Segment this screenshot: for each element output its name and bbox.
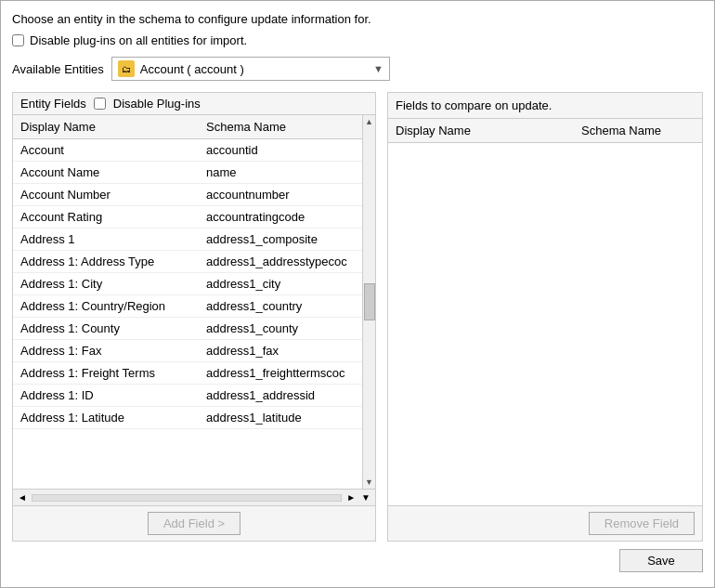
horizontal-scrollbar[interactable]: ◄ ► ▼ (13, 489, 375, 505)
entity-icon: 🗂 (118, 60, 135, 77)
table-row[interactable]: Address 1: Country/Regionaddress1_countr… (13, 295, 362, 318)
remove-field-button[interactable]: Remove Field (589, 512, 695, 535)
display-name-cell: Address 1: Country/Region (13, 295, 199, 318)
left-col-schema-name: Schema Name (199, 115, 362, 139)
schema-name-cell: address1_addresstypecoc (199, 251, 362, 273)
main-dialog: Choose an entity in the schema to config… (0, 0, 715, 588)
entity-fields-table-container[interactable]: Display Name Schema Name Accountaccounti… (13, 115, 362, 489)
display-name-cell: Account Name (13, 162, 199, 184)
table-row[interactable]: Address 1address1_composite (13, 229, 362, 251)
instruction-text: Choose an entity in the schema to config… (12, 12, 703, 26)
table-row[interactable]: Address 1: Latitudeaddress1_latitude (13, 407, 362, 429)
chevron-down-icon: ▼ (373, 63, 384, 74)
table-row[interactable]: Address 1: Freight Termsaddress1_freight… (13, 362, 362, 385)
table-row[interactable]: Account Namename (13, 162, 362, 184)
display-name-cell: Address 1: Fax (13, 340, 199, 362)
table-row[interactable]: Account Numberaccountnumber (13, 184, 362, 206)
disable-plugins-checkbox[interactable] (12, 34, 24, 46)
add-field-button[interactable]: Add Field > (148, 512, 240, 535)
scroll-up-arrow[interactable]: ▲ (365, 115, 373, 128)
schema-name-cell: accountid (199, 139, 362, 162)
main-content: Entity Fields Disable Plug-ins Display N… (12, 92, 703, 542)
display-name-cell: Account Rating (13, 206, 199, 229)
entity-fields-title: Entity Fields (20, 97, 86, 111)
entity-dropdown[interactable]: 🗂 Account ( account ) ▼ (111, 57, 390, 81)
entity-dropdown-value: Account ( account ) (140, 62, 244, 76)
schema-name-cell: address1_latitude (199, 407, 362, 429)
left-col-display-name: Display Name (13, 115, 199, 139)
entity-fields-panel: Entity Fields Disable Plug-ins Display N… (12, 92, 376, 542)
scroll-right-arrow[interactable]: ► (344, 492, 358, 503)
schema-name-cell: address1_country (199, 295, 362, 318)
fields-compare-title: Fields to compare on update. (396, 98, 552, 112)
scroll-down-small-arrow[interactable]: ▼ (358, 492, 373, 503)
display-name-cell: Address 1: Freight Terms (13, 362, 199, 385)
schema-name-cell: address1_city (199, 273, 362, 295)
schema-name-cell: address1_fax (199, 340, 362, 362)
save-button[interactable]: Save (619, 549, 703, 572)
available-entities-row: Available Entities 🗂 Account ( account )… (12, 57, 703, 81)
left-panel-scrollbar[interactable]: ▲ ▼ (362, 115, 375, 489)
display-name-cell: Address 1: Address Type (13, 251, 199, 273)
entity-fields-table: Display Name Schema Name Accountaccounti… (13, 115, 362, 429)
disable-plugins-field-checkbox[interactable] (94, 98, 106, 110)
bottom-row: Save (12, 542, 703, 576)
scroll-track (32, 494, 342, 502)
display-name-cell: Account (13, 139, 199, 162)
disable-plugins-row: Disable plug-ins on all entities for imp… (12, 33, 703, 47)
compare-fields-table: Display Name Schema Name (388, 119, 702, 143)
schema-name-cell: address1_addressid (199, 385, 362, 407)
schema-name-cell: address1_freighttermscoc (199, 362, 362, 385)
schema-name-cell: accountratingcode (199, 206, 362, 229)
display-name-cell: Address 1: City (13, 273, 199, 295)
schema-name-cell: accountnumber (199, 184, 362, 206)
display-name-cell: Address 1: Latitude (13, 407, 199, 429)
fields-compare-panel: Fields to compare on update. Display Nam… (387, 92, 703, 542)
table-row[interactable]: Address 1: Address Typeaddress1_addresst… (13, 251, 362, 273)
table-row[interactable]: Accountaccountid (13, 139, 362, 162)
table-row[interactable]: Address 1: IDaddress1_addressid (13, 385, 362, 407)
available-entities-label: Available Entities (12, 62, 104, 76)
table-row[interactable]: Address 1: Countyaddress1_county (13, 318, 362, 340)
scroll-thumb[interactable] (364, 283, 375, 320)
right-col-schema-name: Schema Name (574, 119, 702, 143)
schema-name-cell: address1_county (199, 318, 362, 340)
scroll-down-arrow[interactable]: ▼ (365, 476, 373, 489)
remove-field-container: Remove Field (388, 505, 702, 541)
disable-plugins-field-label: Disable Plug-ins (113, 97, 201, 111)
right-col-display-name: Display Name (388, 119, 574, 143)
schema-name-cell: name (199, 162, 362, 184)
compare-fields-table-container[interactable]: Display Name Schema Name (388, 119, 702, 505)
display-name-cell: Address 1: ID (13, 385, 199, 407)
display-name-cell: Account Number (13, 184, 199, 206)
table-row[interactable]: Account Ratingaccountratingcode (13, 206, 362, 229)
scroll-left-arrow[interactable]: ◄ (15, 492, 30, 503)
display-name-cell: Address 1: County (13, 318, 199, 340)
table-row[interactable]: Address 1: Cityaddress1_city (13, 273, 362, 295)
disable-plugins-label: Disable plug-ins on all entities for imp… (30, 33, 247, 47)
display-name-cell: Address 1 (13, 229, 199, 251)
fields-compare-header: Fields to compare on update. (388, 93, 702, 119)
entity-fields-header: Entity Fields Disable Plug-ins (13, 93, 375, 115)
add-field-container: Add Field > (13, 505, 375, 541)
left-table-wrapper: Display Name Schema Name Accountaccounti… (13, 115, 375, 489)
schema-name-cell: address1_composite (199, 229, 362, 251)
table-row[interactable]: Address 1: Faxaddress1_fax (13, 340, 362, 362)
